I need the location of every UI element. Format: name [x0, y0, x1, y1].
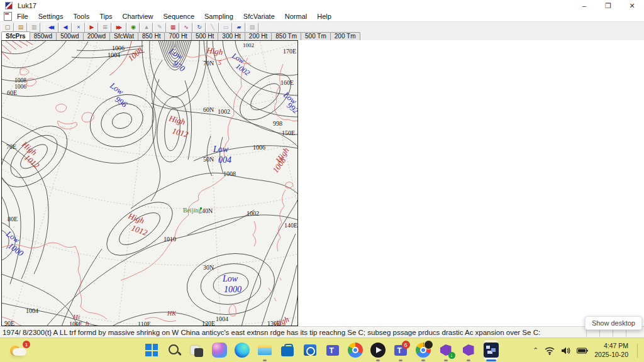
running-indicator [263, 359, 267, 361]
tray-chevron-icon[interactable]: ⌃ [533, 346, 538, 354]
taskbar-clock[interactable]: 4:47 PM 2025-10-20 [594, 342, 628, 358]
task-view-icon [189, 343, 204, 358]
svg-text:40N: 40N [202, 207, 213, 214]
clock-date: 2025-10-20 [594, 351, 628, 359]
running-indicator [399, 359, 402, 361]
app-icon [5, 2, 13, 9]
tab-850-tm[interactable]: 850 Tm [271, 32, 301, 40]
show-desktop-strip[interactable] [637, 344, 638, 358]
tab-500-tm[interactable]: 500 Tm [301, 32, 331, 40]
menu-sfcvariate[interactable]: SfcVariate [238, 12, 280, 21]
chrome-profile-taskbar-icon[interactable] [415, 339, 431, 361]
minimize-button[interactable]: – [572, 0, 596, 11]
chrome-taskbar-icon[interactable] [347, 339, 363, 361]
menu-normal[interactable]: Normal [280, 12, 312, 21]
window-title: Luk17 [18, 2, 36, 9]
menu-tips[interactable]: Tips [94, 12, 117, 21]
task-view-taskbar-icon[interactable] [189, 339, 204, 361]
profile-badge [425, 341, 433, 349]
svg-text:004: 004 [218, 155, 231, 165]
svg-text:1008: 1008 [223, 170, 236, 177]
media-player-icon [370, 343, 386, 358]
edge-taskbar-icon[interactable] [234, 339, 250, 361]
running-indicator [421, 359, 425, 361]
edge-icon [235, 343, 250, 358]
svg-text:50N: 50N [203, 156, 214, 163]
chart-tab-bar: SfcPrs850wd500wd200wdSfcWat850 Ht700 Ht5… [0, 32, 644, 40]
copilot-taskbar-icon[interactable] [211, 339, 227, 361]
tab-850wd[interactable]: 850wd [30, 32, 57, 40]
tab-850-ht[interactable]: 850 Ht [138, 32, 165, 40]
tab-200-ht[interactable]: 200 Ht [245, 32, 272, 40]
close-button[interactable]: ✕ [620, 0, 644, 11]
outlook-taskbar-icon[interactable] [302, 339, 318, 361]
outlook-icon [303, 343, 318, 358]
menu-chartview[interactable]: Chartview [118, 12, 158, 21]
svg-text:60N: 60N [203, 106, 214, 113]
start-taskbar-icon[interactable] [143, 339, 159, 361]
svg-text:Hi: Hi [72, 313, 80, 321]
volume-icon[interactable] [561, 346, 570, 355]
svg-text:150E: 150E [282, 129, 295, 136]
battery-icon[interactable] [577, 347, 588, 354]
menu-sequence[interactable]: Sequence [158, 12, 199, 21]
svg-text:100E: 100E [69, 321, 82, 326]
search-taskbar-icon[interactable] [166, 339, 182, 361]
tab-700-ht[interactable]: 700 Ht [164, 32, 191, 40]
badge: 6 [402, 341, 410, 349]
svg-text:70E: 70E [6, 143, 16, 150]
start-icon [144, 343, 159, 358]
chrome-profile-icon [416, 343, 431, 358]
running-indicator [486, 359, 496, 361]
tab-200wd[interactable]: 200wd [83, 32, 110, 40]
taskbar: 1 6 ⌃ 4:47 PM 2025-10-20 [0, 337, 644, 362]
running-indicator [376, 359, 380, 361]
notification-badge: 1 [23, 341, 30, 348]
menu-bar: FileSettingsToolsTipsChartviewSequenceSa… [0, 11, 644, 21]
svg-text:1000: 1000 [224, 285, 242, 294]
title-bar: Luk17 – ❐ ✕ [0, 0, 644, 11]
tab-500-ht[interactable]: 500 Ht [191, 32, 218, 40]
document-icon [4, 12, 12, 21]
search-icon [167, 343, 182, 358]
luk17-app-taskbar-icon[interactable] [483, 339, 499, 361]
wifi-icon[interactable] [545, 346, 555, 355]
media-player-taskbar-icon[interactable] [370, 339, 386, 361]
menu-file[interactable]: File [12, 12, 33, 21]
svg-text:1010: 1010 [164, 236, 176, 243]
svg-text:1002: 1002 [247, 210, 259, 217]
svg-text:1002: 1002 [218, 108, 230, 115]
visual-studio-icon [461, 343, 476, 358]
file-explorer-taskbar-icon[interactable] [257, 339, 272, 361]
show-desktop-tooltip: Show desktop [585, 316, 642, 330]
restore-button[interactable]: ❐ [596, 0, 620, 11]
svg-text:60E: 60E [7, 89, 17, 96]
menu-settings[interactable]: Settings [33, 12, 69, 21]
svg-text:5: 5 [218, 59, 221, 66]
visual-studio-dl-taskbar-icon[interactable] [438, 339, 453, 361]
menu-sampling[interactable]: Sampling [199, 12, 238, 21]
app-window: Luk17 – ❐ ✕ FileSettingsToolsTipsChartvi… [0, 0, 644, 337]
teams-taskbar-icon[interactable] [325, 339, 340, 361]
status-bar: 1974/ 8/2300(t} A LL trf formd by massiv… [0, 326, 644, 338]
store-taskbar-icon[interactable] [279, 339, 295, 361]
menu-help[interactable]: Help [312, 12, 336, 21]
svg-text:70N: 70N [203, 60, 214, 67]
svg-text:140E: 140E [284, 222, 297, 229]
svg-text:90E: 90E [4, 320, 14, 326]
visual-studio-taskbar-icon[interactable] [460, 339, 476, 361]
pressure-chart-canvas[interactable]: 100610041008Low970High70N5Low10021002170… [1, 40, 298, 326]
svg-text:1004: 1004 [26, 307, 38, 314]
tab-sfcprs[interactable]: SfcPrs [1, 31, 30, 40]
tab-200-tm[interactable]: 200 Tm [330, 32, 360, 40]
svg-text:110E: 110E [138, 321, 151, 326]
tab-300-ht[interactable]: 300 Ht [218, 32, 245, 40]
menu-tools[interactable]: Tools [68, 12, 94, 21]
tab-500wd[interactable]: 500wd [56, 32, 83, 40]
store-icon [280, 343, 295, 358]
svg-text:1004: 1004 [216, 315, 228, 322]
cloud-icon [13, 348, 26, 356]
teams-chat-taskbar-icon[interactable]: 6 [392, 339, 408, 361]
weather-widget[interactable]: 1 [9, 341, 30, 359]
tab-sfcwat[interactable]: SfcWat [109, 32, 138, 40]
